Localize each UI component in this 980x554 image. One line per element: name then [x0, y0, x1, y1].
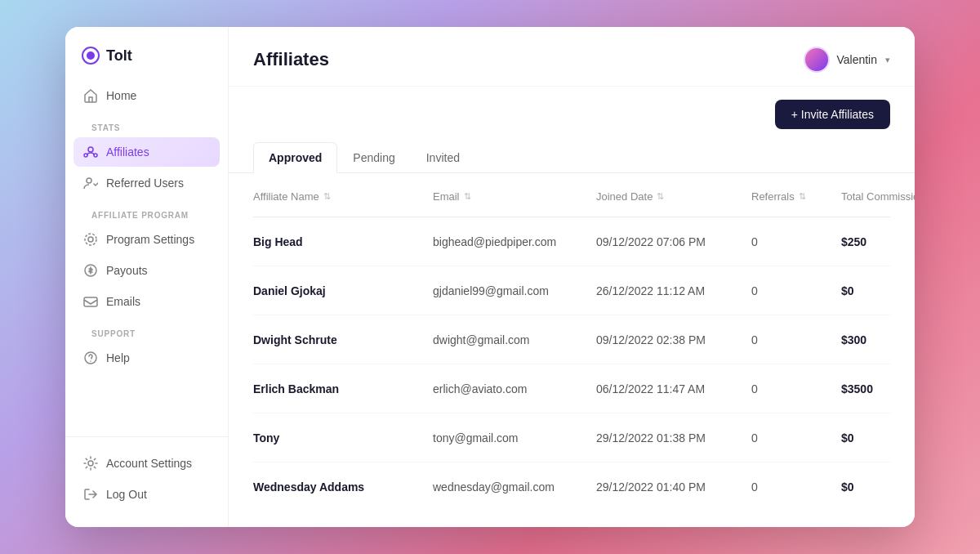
sidebar-item-payouts-label: Payouts	[106, 264, 148, 277]
affiliates-icon	[83, 145, 98, 159]
cell-name: Daniel Gjokaj	[253, 284, 433, 297]
sidebar-item-affiliates[interactable]: Affiliates	[74, 137, 220, 167]
cell-email: bighead@piedpiper.com	[433, 235, 596, 248]
cell-name: Dwight Schrute	[253, 333, 433, 346]
sidebar-item-affiliates-label: Affiliates	[106, 145, 149, 159]
logo-text: Tolt	[106, 47, 132, 65]
table-row: Big Head bighead@piedpiper.com 09/12/202…	[253, 217, 890, 266]
table-section: Affiliate Name ⇅ Email ⇅ Joined Date ⇅ R…	[229, 173, 915, 527]
sidebar-item-program-settings-label: Program Settings	[106, 233, 194, 246]
sidebar-item-referred-users-label: Referred Users	[106, 176, 184, 190]
sidebar-item-home[interactable]: Home	[74, 81, 220, 110]
user-menu[interactable]: Valentin ▾	[804, 47, 890, 73]
col-affiliate-name[interactable]: Affiliate Name ⇅	[253, 185, 433, 208]
logout-icon	[83, 487, 98, 502]
col-total-commission[interactable]: Total Commission ⇅	[841, 185, 915, 208]
sidebar-item-emails-label: Emails	[106, 295, 140, 308]
sidebar-item-logout-label: Log Out	[106, 488, 147, 501]
svg-point-11	[90, 360, 91, 362]
main-header: Affiliates Valentin ▾	[229, 27, 915, 87]
sidebar-item-home-label: Home	[106, 89, 136, 102]
cell-referrals: 0	[751, 284, 841, 297]
sidebar-item-emails[interactable]: Emails	[74, 287, 220, 316]
section-affiliate-program: AFFILIATE PROGRAM	[74, 199, 220, 225]
cell-commission: $0	[841, 480, 915, 494]
sidebar-item-account-settings-label: Account Settings	[106, 457, 192, 470]
table-header: Affiliate Name ⇅ Email ⇅ Joined Date ⇅ R…	[253, 173, 890, 217]
sidebar-item-help-label: Help	[106, 351, 130, 364]
col-email[interactable]: Email ⇅	[433, 185, 596, 208]
svg-point-5	[87, 178, 91, 183]
table-row: Dwight Schrute dwight@gmail.com 09/12/20…	[253, 315, 890, 364]
user-name: Valentin	[836, 53, 877, 66]
svg-point-12	[88, 461, 93, 466]
invite-affiliates-button[interactable]: + Invite Affiliates	[775, 100, 890, 129]
cell-joined: 26/12/2022 11:12 AM	[596, 284, 751, 297]
emails-icon	[83, 294, 98, 309]
chevron-down-icon: ▾	[885, 55, 890, 65]
cell-email: wednesday@gmail.com	[433, 480, 596, 494]
tab-invited[interactable]: Invited	[411, 142, 475, 173]
col-referrals[interactable]: Referrals ⇅	[751, 185, 841, 208]
table-row: Tony tony@gmail.com 29/12/2022 01:38 PM …	[253, 413, 890, 462]
cell-name: Wednesday Addams	[253, 480, 433, 494]
cell-referrals: 0	[751, 382, 841, 395]
svg-point-2	[88, 147, 93, 152]
home-icon	[83, 88, 98, 103]
cell-joined: 09/12/2022 02:38 PM	[596, 333, 751, 346]
cell-commission: $0	[841, 284, 915, 297]
svg-point-7	[85, 234, 96, 245]
sidebar-nav: Home STATS Affiliates Referred Use	[65, 81, 228, 428]
cell-commission: $0	[841, 431, 915, 445]
sort-icon: ⇅	[657, 191, 664, 202]
cell-email: dwight@gmail.com	[433, 333, 596, 346]
avatar	[804, 47, 830, 73]
program-settings-icon	[83, 232, 98, 247]
cell-referrals: 0	[751, 235, 841, 248]
sidebar-item-program-settings[interactable]: Program Settings	[74, 225, 220, 254]
table-body: Big Head bighead@piedpiper.com 09/12/202…	[253, 217, 890, 511]
app-container: Tolt Home STATS Affiliates	[65, 27, 915, 527]
tabs: Approved Pending Invited	[229, 142, 915, 173]
cell-commission: $300	[841, 333, 915, 346]
payouts-icon	[83, 263, 98, 278]
cell-joined: 06/12/2022 11:47 AM	[596, 382, 751, 395]
table-row: Daniel Gjokaj gjdaniel99@gmail.com 26/12…	[253, 266, 890, 315]
sidebar-item-help[interactable]: Help	[74, 343, 220, 373]
sidebar-item-payouts[interactable]: Payouts	[74, 256, 220, 285]
cell-joined: 09/12/2022 07:06 PM	[596, 235, 751, 248]
logo[interactable]: Tolt	[65, 27, 228, 81]
account-settings-icon	[83, 456, 98, 471]
cell-email: tony@gmail.com	[433, 431, 596, 445]
sidebar: Tolt Home STATS Affiliates	[65, 27, 229, 527]
cell-email: erlich@aviato.com	[433, 382, 596, 395]
main-content: Affiliates Valentin ▾ + Invite Affiliate…	[229, 27, 915, 527]
sidebar-bottom: Account Settings Log Out	[65, 436, 228, 511]
cell-commission: $3500	[841, 382, 915, 395]
section-stats: STATS	[74, 112, 220, 137]
sidebar-item-referred-users[interactable]: Referred Users	[74, 168, 220, 198]
cell-referrals: 0	[751, 431, 841, 445]
cell-referrals: 0	[751, 333, 841, 346]
svg-rect-9	[84, 297, 97, 306]
sidebar-item-logout[interactable]: Log Out	[74, 480, 220, 509]
table-row: Wednesday Addams wednesday@gmail.com 29/…	[253, 462, 890, 511]
referred-users-icon	[83, 176, 98, 190]
table-row: Erlich Backman erlich@aviato.com 06/12/2…	[253, 364, 890, 413]
sidebar-item-account-settings[interactable]: Account Settings	[74, 449, 220, 478]
cell-name: Big Head	[253, 235, 433, 248]
page-title: Affiliates	[253, 49, 329, 70]
tab-approved[interactable]: Approved	[253, 142, 337, 173]
sort-icon: ⇅	[464, 191, 471, 202]
col-joined-date[interactable]: Joined Date ⇅	[596, 185, 751, 208]
cell-name: Tony	[253, 431, 433, 445]
svg-point-6	[88, 237, 93, 242]
tab-pending[interactable]: Pending	[337, 142, 410, 173]
svg-point-10	[85, 352, 96, 364]
svg-point-1	[87, 51, 95, 60]
help-icon	[83, 351, 98, 365]
cell-joined: 29/12/2022 01:38 PM	[596, 431, 751, 445]
cell-email: gjdaniel99@gmail.com	[433, 284, 596, 297]
logo-icon	[82, 47, 100, 65]
cell-referrals: 0	[751, 480, 841, 494]
